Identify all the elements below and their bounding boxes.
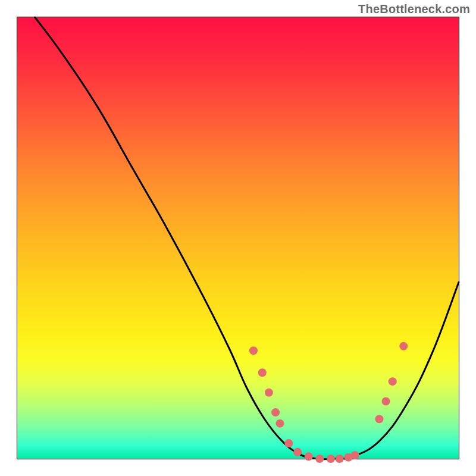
data-marker: [258, 368, 267, 377]
data-marker: [399, 342, 408, 350]
data-marker: [375, 415, 383, 423]
data-marker: [382, 397, 390, 406]
data-marker: [284, 439, 293, 447]
data-marker: [293, 448, 302, 456]
data-marker: [305, 452, 313, 461]
chart-svg: [0, 0, 476, 476]
data-marker: [327, 455, 335, 463]
data-marker: [265, 389, 273, 397]
data-marker: [351, 451, 359, 459]
watermark-text: TheBottleneck.com: [358, 2, 470, 16]
data-marker: [275, 419, 284, 428]
data-marker: [315, 455, 324, 463]
data-marker: [336, 455, 344, 463]
marker-group: [249, 342, 408, 463]
data-marker: [389, 377, 397, 386]
data-marker: [271, 408, 280, 416]
chart-container: TheBottleneck.com: [0, 0, 476, 476]
data-marker: [249, 346, 258, 355]
bottleneck-curve: [35, 17, 459, 459]
